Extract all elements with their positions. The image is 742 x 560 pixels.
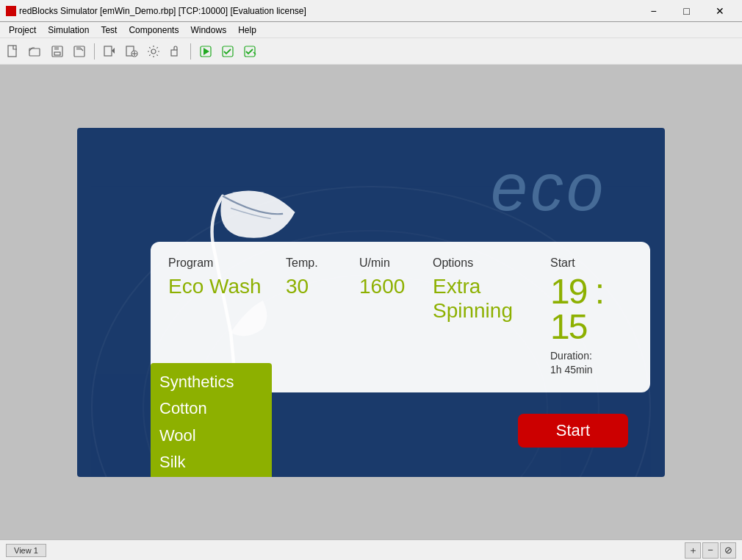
prog-cotton[interactable]: Cotton	[159, 395, 263, 423]
program-value: Eco Wash	[168, 274, 286, 299]
svg-rect-13	[171, 50, 177, 56]
umin-value: 1600	[359, 274, 433, 299]
toolbar	[0, 38, 742, 65]
save-as-button[interactable]	[69, 41, 90, 62]
options-col: Options Extra Spinning	[433, 256, 550, 323]
titlebar: redBlocks Simulator [emWin_Demo.rbp] [TC…	[0, 0, 742, 22]
app-panel: eco Program Eco Wash Temp. 30	[77, 128, 665, 477]
new-button[interactable]	[3, 41, 24, 62]
toolbar-separator-2	[190, 43, 191, 60]
main-area: eco Program Eco Wash Temp. 30	[0, 65, 742, 539]
close-button[interactable]: ✕	[703, 0, 736, 22]
options-label: Options	[433, 256, 550, 270]
start-label: Start	[550, 256, 633, 270]
menu-test[interactable]: Test	[95, 24, 123, 37]
prog-wool[interactable]: Wool	[159, 423, 263, 450]
menu-components[interactable]: Components	[123, 24, 184, 37]
svg-point-12	[151, 49, 156, 54]
svg-rect-0	[8, 46, 16, 57]
umin-col: U/min 1600	[359, 256, 433, 299]
card-labels-row: Program Eco Wash Temp. 30 U/min 1600 Opt…	[168, 256, 633, 378]
options-line2: Spinning	[433, 299, 513, 322]
start-time: 19 : 15	[550, 274, 633, 345]
app-icon	[6, 6, 16, 16]
run-button[interactable]	[195, 41, 216, 62]
menu-simulation[interactable]: Simulation	[42, 24, 95, 37]
statusbar-add-btn[interactable]: ＋	[685, 542, 701, 559]
statusbar: View 1 ＋ − ⊘	[0, 539, 742, 560]
toolbar-separator-1	[94, 43, 95, 60]
menu-project[interactable]: Project	[3, 24, 42, 37]
options-line1: Extra	[433, 275, 480, 298]
svg-rect-3	[54, 46, 59, 50]
statusbar-remove-btn[interactable]: −	[702, 542, 718, 559]
minimize-button[interactable]: −	[637, 0, 670, 22]
temp-label: Temp.	[286, 256, 359, 270]
statusbar-controls: ＋ − ⊘	[685, 542, 736, 559]
prog-synthetics[interactable]: Synthetics	[159, 369, 263, 396]
program-label: Program	[168, 256, 286, 270]
window-title: redBlocks Simulator [emWin_Demo.rbp] [TC…	[19, 6, 637, 16]
svg-rect-7	[104, 46, 112, 56]
menu-windows[interactable]: Windows	[184, 24, 232, 37]
export-button[interactable]	[121, 41, 142, 62]
window-controls: − □ ✕	[637, 0, 736, 22]
svg-line-6	[81, 49, 83, 51]
start-col: Start 19 : 15 Duration: 1h 45min	[550, 256, 633, 378]
menubar: Project Simulation Test Components Windo…	[0, 22, 742, 38]
program-list[interactable]: Synthetics Cotton Wool Silk	[151, 363, 272, 477]
eco-title: eco	[491, 150, 606, 226]
validate-button[interactable]	[239, 41, 260, 62]
umin-label: U/min	[359, 256, 433, 270]
start-button[interactable]: Start	[518, 414, 628, 448]
temp-value: 30	[286, 274, 359, 299]
svg-rect-4	[54, 52, 60, 55]
check-run-button[interactable]	[217, 41, 238, 62]
open-button[interactable]	[25, 41, 46, 62]
import-button[interactable]	[99, 41, 120, 62]
duration-text: Duration: 1h 45min	[550, 349, 633, 378]
maximize-button[interactable]: □	[670, 0, 703, 22]
menu-help[interactable]: Help	[232, 24, 262, 37]
options-value: Extra Spinning	[433, 274, 550, 323]
temp-col: Temp. 30	[286, 256, 359, 299]
build-button[interactable]	[165, 41, 186, 62]
statusbar-settings-btn[interactable]: ⊘	[720, 542, 736, 559]
program-col: Program Eco Wash	[168, 256, 286, 299]
settings-button[interactable]	[143, 41, 164, 62]
save-button[interactable]	[47, 41, 68, 62]
prog-silk[interactable]: Silk	[159, 449, 263, 476]
view-tab[interactable]: View 1	[6, 544, 46, 557]
